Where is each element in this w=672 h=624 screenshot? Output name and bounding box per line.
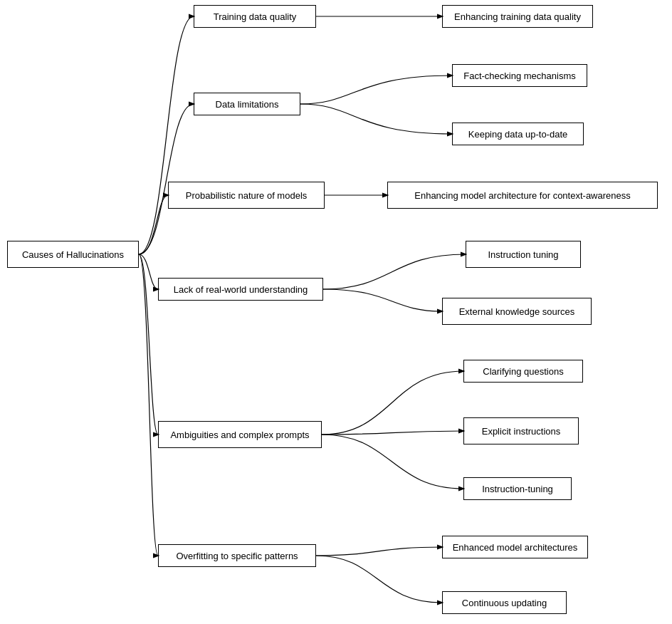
node-enhancing-architecture: Enhancing model architecture for context…: [387, 182, 658, 209]
node-data-limitations: Data limitations: [194, 93, 300, 115]
node-enhanced-architectures: Enhanced model architectures: [442, 536, 588, 558]
node-enhancing-training: Enhancing training data quality: [442, 5, 593, 28]
node-training-data-quality: Training data quality: [194, 5, 316, 28]
node-ambiguities: Ambiguities and complex prompts: [158, 421, 322, 448]
node-external-knowledge: External knowledge sources: [442, 298, 592, 325]
node-probabilistic-nature: Probabilistic nature of models: [168, 182, 325, 209]
node-keeping-data-uptodate: Keeping data up-to-date: [452, 123, 584, 145]
root-node: Causes of Hallucinations: [7, 241, 139, 268]
node-overfitting: Overfitting to specific patterns: [158, 544, 316, 567]
node-clarifying-questions: Clarifying questions: [463, 360, 583, 383]
node-continuous-updating: Continuous updating: [442, 591, 567, 614]
node-explicit-instructions: Explicit instructions: [463, 417, 579, 444]
node-fact-checking: Fact-checking mechanisms: [452, 64, 587, 87]
node-lack-real-world: Lack of real-world understanding: [158, 278, 323, 301]
node-instruction-tuning-2: Instruction-tuning: [463, 477, 572, 500]
node-instruction-tuning: Instruction tuning: [466, 241, 581, 268]
